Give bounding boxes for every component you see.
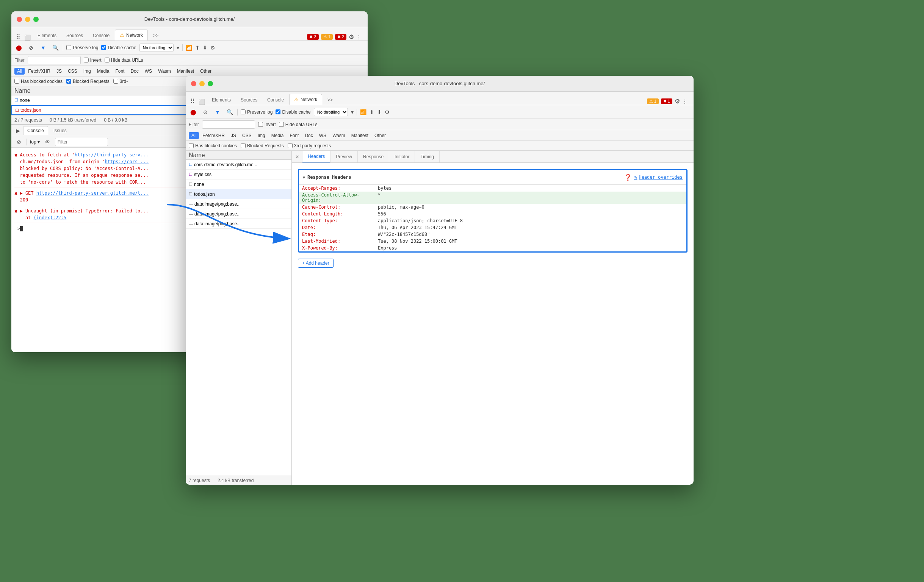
- settings-icon2-1[interactable]: ⚙: [210, 45, 215, 51]
- table-row[interactable]: ☐ none: [186, 179, 292, 189]
- blocked-cookies-label-1[interactable]: Has blocked cookies: [15, 79, 63, 84]
- type-other-1[interactable]: Other: [198, 68, 214, 75]
- preserve-log-checkbox-1[interactable]: [66, 45, 71, 50]
- detail-tab-timing-2[interactable]: Timing: [415, 151, 440, 163]
- blocked-cookies-cb-1[interactable]: [15, 79, 19, 84]
- table-row[interactable]: ☐ todos.json: [186, 189, 292, 199]
- type-css-2[interactable]: CSS: [239, 132, 254, 139]
- disable-cache-checkbox-1[interactable]: [101, 45, 106, 50]
- invert-checkbox-1[interactable]: [84, 58, 89, 62]
- top-selector-1[interactable]: top ▾: [30, 139, 40, 145]
- disable-cache-checkbox-2[interactable]: [276, 109, 280, 114]
- type-manifest-1[interactable]: Manifest: [174, 68, 197, 75]
- hide-data-urls-checkbox-2[interactable]: [279, 122, 284, 127]
- type-js-2[interactable]: JS: [228, 132, 239, 139]
- filter-icon-1[interactable]: ▼: [39, 43, 48, 52]
- type-img-1[interactable]: Img: [81, 68, 94, 75]
- filter-icon-2[interactable]: ▼: [213, 107, 222, 117]
- blocked-requests-cb-2[interactable]: [241, 143, 246, 148]
- invert-label-2[interactable]: Invert: [258, 122, 276, 127]
- detail-tab-response-2[interactable]: Response: [358, 151, 389, 163]
- type-wasm-1[interactable]: Wasm: [155, 68, 173, 75]
- table-row[interactable]: — data:image/png;base...: [186, 199, 292, 209]
- filter-input-2[interactable]: [202, 120, 255, 129]
- table-row[interactable]: ☐ cors-demo-devtools.glitch.me...: [186, 160, 292, 169]
- blocked-requests-label-1[interactable]: Blocked Requests: [66, 79, 109, 84]
- type-ws-1[interactable]: WS: [142, 68, 155, 75]
- table-row[interactable]: — data:image/png;base...: [186, 209, 292, 219]
- blocked-cookies-cb-2[interactable]: [189, 143, 194, 148]
- minimize-button-2[interactable]: [200, 81, 205, 86]
- type-font-2[interactable]: Font: [287, 132, 301, 139]
- throttle-select-2[interactable]: No throttling: [314, 108, 348, 116]
- hide-data-urls-label-2[interactable]: Hide data URLs: [279, 122, 318, 127]
- cursor-1[interactable]: [20, 226, 23, 231]
- type-ws-2[interactable]: WS: [317, 132, 329, 139]
- tab-network-1[interactable]: ⚠ Network: [115, 30, 148, 41]
- table-row[interactable]: ☐ style.css: [186, 169, 292, 179]
- blocked-requests-cb-1[interactable]: [66, 79, 71, 84]
- type-doc-1[interactable]: Doc: [128, 68, 141, 75]
- tab-elements-2[interactable]: Elements: [207, 95, 235, 105]
- tab-issues-1[interactable]: Issues: [50, 127, 71, 135]
- maximize-button-2[interactable]: [208, 81, 213, 86]
- third-party-cb-2[interactable]: [288, 143, 293, 148]
- disable-cache-label-1[interactable]: Disable cache: [101, 45, 136, 50]
- type-doc-2[interactable]: Doc: [302, 132, 315, 139]
- third-party-label-1[interactable]: 3rd-: [113, 79, 128, 84]
- minimize-button-1[interactable]: [25, 16, 30, 22]
- type-fetch-xhr-2[interactable]: Fetch/XHR: [200, 132, 228, 139]
- close-button-1[interactable]: [16, 16, 22, 22]
- tab-more-2[interactable]: >>: [323, 95, 337, 105]
- tab-network-2[interactable]: ⚠ Network: [289, 94, 322, 105]
- console-filter-1[interactable]: [55, 138, 108, 146]
- detail-tab-headers-2[interactable]: Headers: [302, 151, 330, 163]
- table-row[interactable]: — data:image/png;base...: [186, 219, 292, 229]
- preserve-log-checkbox-2[interactable]: [241, 109, 246, 114]
- type-other-2[interactable]: Other: [372, 132, 388, 139]
- type-font-1[interactable]: Font: [112, 68, 127, 75]
- hide-data-urls-checkbox-1[interactable]: [105, 58, 109, 62]
- detail-tab-preview-2[interactable]: Preview: [330, 151, 358, 163]
- type-js-1[interactable]: JS: [54, 68, 64, 75]
- tab-console-panel-1[interactable]: Console: [23, 126, 48, 135]
- type-wasm-2[interactable]: Wasm: [330, 132, 348, 139]
- settings-icon-1[interactable]: ⚙: [349, 33, 354, 41]
- index-link-1[interactable]: (index):22:5: [34, 215, 67, 220]
- blocked-requests-label-2[interactable]: Blocked Requests: [241, 143, 284, 148]
- type-media-1[interactable]: Media: [94, 68, 112, 75]
- fetch-url-1[interactable]: https://third-party-serv...: [75, 152, 148, 158]
- help-icon-2[interactable]: ❓: [624, 174, 632, 181]
- tab-more-1[interactable]: >>: [148, 31, 163, 41]
- blocked-cookies-label-2[interactable]: Has blocked cookies: [189, 143, 237, 148]
- stop-button-2[interactable]: ⬤: [189, 107, 198, 117]
- settings-icon-2[interactable]: ⚙: [675, 98, 680, 105]
- more-icon-1[interactable]: ⋮: [356, 34, 361, 40]
- invert-checkbox-2[interactable]: [258, 122, 263, 127]
- hide-data-urls-label-1[interactable]: Hide data URLs: [105, 58, 143, 63]
- type-media-2[interactable]: Media: [269, 132, 287, 139]
- tab-console-2[interactable]: Console: [262, 95, 289, 105]
- close-button-2[interactable]: [191, 81, 196, 86]
- get-url-1[interactable]: https://third-party-server.glitch.me/t..…: [36, 191, 148, 196]
- tab-sources-2[interactable]: Sources: [236, 95, 262, 105]
- stop-button-1[interactable]: ⬤: [15, 43, 23, 52]
- invert-label-1[interactable]: Invert: [84, 58, 102, 63]
- close-detail-btn-2[interactable]: ✕: [292, 151, 302, 163]
- type-manifest-2[interactable]: Manifest: [349, 132, 371, 139]
- tab-console-1[interactable]: Console: [88, 31, 114, 41]
- detail-tab-initiator-2[interactable]: Initiator: [389, 151, 415, 163]
- type-css-1[interactable]: CSS: [65, 68, 80, 75]
- maximize-button-1[interactable]: [33, 16, 39, 22]
- console-clear-1[interactable]: ⊘: [15, 138, 23, 146]
- throttle-select-1[interactable]: No throttling: [139, 44, 173, 52]
- third-party-label-2[interactable]: 3rd-party requests: [288, 143, 331, 148]
- preserve-log-label-2[interactable]: Preserve log: [241, 109, 272, 115]
- add-header-button-2[interactable]: + Add header: [298, 259, 333, 268]
- tab-elements-1[interactable]: Elements: [33, 31, 61, 41]
- third-party-cb-1[interactable]: [113, 79, 118, 84]
- preserve-log-label-1[interactable]: Preserve log: [66, 45, 98, 50]
- type-all-1[interactable]: All: [15, 68, 25, 75]
- more-icon-2[interactable]: ⋮: [682, 99, 688, 105]
- type-all-2[interactable]: All: [189, 132, 199, 139]
